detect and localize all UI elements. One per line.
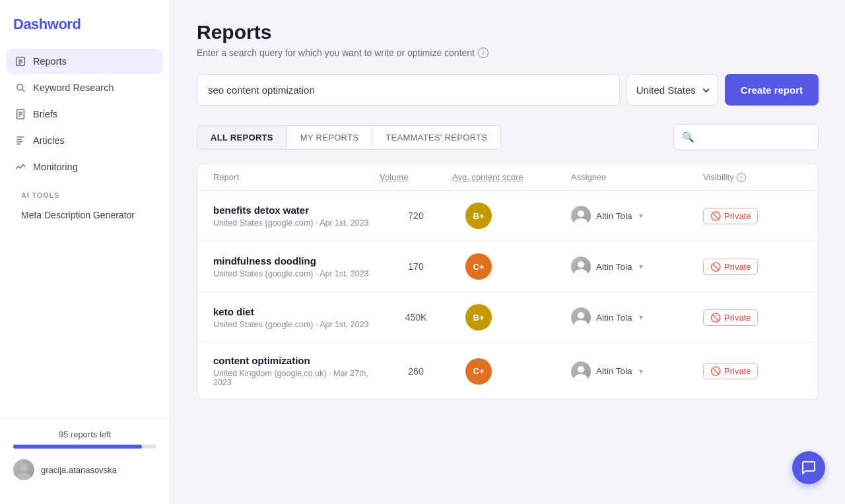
page-title: Reports bbox=[197, 21, 819, 44]
visibility-col[interactable]: 🚫 Private bbox=[703, 259, 802, 275]
tab-teammates-reports[interactable]: TEAMMATES' REPORTS bbox=[372, 126, 500, 149]
svg-point-19 bbox=[574, 374, 588, 381]
user-name: gracija.atanasovska bbox=[41, 465, 117, 475]
monitoring-icon bbox=[15, 161, 26, 173]
tab-all-reports[interactable]: ALL REPORTS bbox=[197, 126, 287, 149]
assignee-name: Altin Tola bbox=[596, 366, 632, 376]
assignee-col[interactable]: Altin Tola ▾ bbox=[571, 362, 703, 381]
sidebar-nav: Reports Keyword Research Briefs bbox=[0, 49, 170, 413]
sidebar-item-keyword-research[interactable]: Keyword Research bbox=[7, 75, 163, 100]
score-col: C+ bbox=[452, 253, 571, 280]
visibility-col[interactable]: 🚫 Private bbox=[703, 208, 802, 224]
progress-bar-bg bbox=[13, 445, 156, 449]
sidebar-bottom: 95 reports left gracija.atanasovska bbox=[0, 418, 170, 491]
sidebar-item-articles[interactable]: Articles bbox=[7, 128, 163, 153]
sidebar-item-monitoring-label: Monitoring bbox=[33, 162, 78, 172]
country-select[interactable]: United States bbox=[626, 74, 718, 106]
svg-line-5 bbox=[22, 90, 25, 92]
svg-rect-0 bbox=[17, 57, 25, 66]
visibility-col[interactable]: 🚫 Private bbox=[703, 363, 802, 379]
score-badge: C+ bbox=[465, 253, 492, 280]
sidebar-item-keyword-label: Keyword Research bbox=[33, 82, 114, 93]
sidebar-item-monitoring[interactable]: Monitoring bbox=[7, 154, 163, 179]
chat-button[interactable] bbox=[792, 451, 825, 484]
sidebar-item-reports-label: Reports bbox=[33, 56, 67, 67]
keyword-icon bbox=[15, 82, 26, 94]
table-search-wrap[interactable]: 🔍 bbox=[673, 124, 819, 150]
report-info: keto diet United States (google.com) · A… bbox=[213, 306, 380, 329]
ai-tools-section-label: AI TOOLS bbox=[7, 181, 163, 203]
score-col: B+ bbox=[452, 304, 571, 331]
assignee-avatar bbox=[571, 257, 591, 276]
assignee-col[interactable]: Altin Tola ▾ bbox=[571, 206, 703, 226]
visibility-label: Private bbox=[724, 262, 751, 272]
assignee-col[interactable]: Altin Tola ▾ bbox=[571, 307, 703, 327]
user-row[interactable]: gracija.atanasovska bbox=[13, 459, 156, 480]
eye-slash-icon: 🚫 bbox=[710, 262, 721, 272]
report-meta: United States (google.com) · Apr 1st, 20… bbox=[213, 218, 380, 228]
eye-slash-icon: 🚫 bbox=[710, 313, 721, 323]
report-info: benefits detox water United States (goog… bbox=[213, 205, 380, 228]
svg-point-18 bbox=[578, 366, 584, 373]
table-row: keto diet United States (google.com) · A… bbox=[197, 292, 818, 343]
tabs-row: ALL REPORTS MY REPORTS TEAMMATES' REPORT… bbox=[197, 124, 819, 150]
country-label: United States bbox=[636, 84, 696, 96]
col-visibility: Visibility i bbox=[703, 172, 802, 182]
private-badge[interactable]: 🚫 Private bbox=[703, 363, 758, 379]
report-meta: United Kingdom (google.co.uk) · Mar 27th… bbox=[213, 369, 380, 387]
sidebar-item-briefs[interactable]: Briefs bbox=[7, 102, 163, 127]
col-report: Report bbox=[213, 172, 380, 182]
score-col: B+ bbox=[452, 203, 571, 229]
table-search-input[interactable] bbox=[700, 132, 810, 142]
report-name: content optimization bbox=[213, 355, 380, 366]
private-badge[interactable]: 🚫 Private bbox=[703, 208, 758, 224]
visibility-label: Private bbox=[724, 366, 751, 376]
meta-description-label: Meta Description Generator bbox=[21, 210, 135, 220]
svg-point-4 bbox=[17, 84, 23, 90]
assignee-name: Altin Tola bbox=[596, 262, 632, 272]
private-badge[interactable]: 🚫 Private bbox=[703, 309, 758, 326]
table-row: benefits detox water United States (goog… bbox=[197, 191, 818, 241]
svg-point-15 bbox=[574, 269, 588, 276]
score-badge: B+ bbox=[465, 304, 492, 331]
report-meta: United States (google.com) · Apr 1st, 20… bbox=[213, 320, 380, 329]
report-name: benefits detox water bbox=[213, 205, 380, 216]
sidebar-item-articles-label: Articles bbox=[33, 135, 65, 146]
subtitle-info-icon[interactable]: i bbox=[478, 47, 489, 58]
report-info: mindfulness doodling United States (goog… bbox=[213, 255, 380, 278]
visibility-label: Private bbox=[724, 313, 751, 323]
svg-point-17 bbox=[574, 320, 588, 327]
avatar bbox=[13, 459, 34, 480]
tab-my-reports[interactable]: MY REPORTS bbox=[287, 126, 372, 149]
table-row: content optimization United Kingdom (goo… bbox=[197, 343, 818, 399]
assignee-col[interactable]: Altin Tola ▾ bbox=[571, 257, 703, 276]
progress-bar-fill bbox=[13, 445, 142, 449]
sidebar-item-reports[interactable]: Reports bbox=[7, 49, 163, 74]
svg-point-10 bbox=[20, 464, 28, 472]
app-logo[interactable]: Dashword bbox=[0, 13, 170, 49]
volume-value: 450K bbox=[380, 312, 452, 323]
visibility-col[interactable]: 🚫 Private bbox=[703, 309, 802, 326]
sidebar-item-meta-description[interactable]: Meta Description Generator bbox=[7, 205, 163, 226]
eye-slash-icon: 🚫 bbox=[710, 211, 721, 221]
score-badge: B+ bbox=[465, 203, 492, 229]
svg-point-16 bbox=[578, 312, 584, 319]
visibility-label: Private bbox=[724, 211, 751, 221]
visibility-info-icon[interactable]: i bbox=[737, 173, 746, 182]
private-badge[interactable]: 🚫 Private bbox=[703, 259, 758, 275]
col-volume[interactable]: Volume bbox=[380, 172, 452, 182]
svg-point-11 bbox=[17, 473, 31, 480]
search-input[interactable] bbox=[208, 84, 609, 96]
table-search-icon: 🔍 bbox=[682, 131, 694, 143]
table-row: mindfulness doodling United States (goog… bbox=[197, 241, 818, 292]
volume-value: 260 bbox=[380, 366, 452, 377]
search-input-wrap[interactable] bbox=[197, 74, 620, 106]
report-meta: United States (google.com) · Apr 1st, 20… bbox=[213, 269, 380, 278]
assignee-chevron-icon: ▾ bbox=[639, 313, 643, 322]
create-report-button[interactable]: Create report bbox=[725, 74, 819, 106]
search-row: United States Create report bbox=[197, 74, 819, 106]
report-name: mindfulness doodling bbox=[213, 255, 380, 267]
eye-slash-icon: 🚫 bbox=[710, 366, 721, 376]
col-avg-content-score[interactable]: Avg. content score bbox=[452, 172, 571, 182]
reports-left-label: 95 reports left bbox=[13, 429, 156, 439]
